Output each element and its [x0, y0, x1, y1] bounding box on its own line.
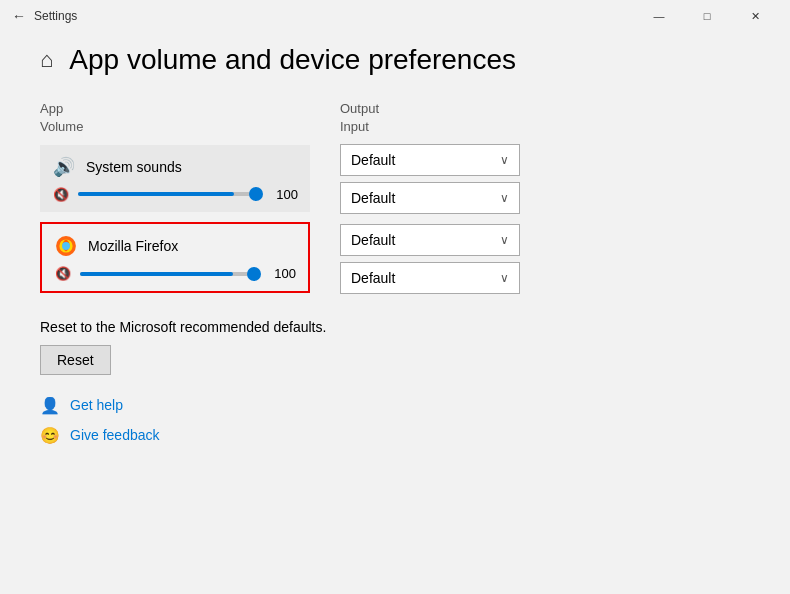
speaker-icon: 🔊: [52, 155, 76, 179]
system-sounds-row: 🔊 System sounds 🔇 100 Default ∨ Default …: [40, 144, 750, 214]
system-sounds-input-dropdown[interactable]: Default ∨: [340, 182, 520, 214]
column-headers: App Volume Output Input: [40, 100, 750, 136]
firefox-icon: [54, 234, 78, 258]
give-feedback-link[interactable]: 😊 Give feedback: [40, 425, 750, 445]
system-mute-icon[interactable]: 🔇: [52, 187, 70, 202]
firefox-mute-icon[interactable]: 🔇: [54, 266, 72, 281]
firefox-volume-value: 100: [268, 266, 296, 281]
get-help-link[interactable]: 👤 Get help: [40, 395, 750, 415]
firefox-row: Mozilla Firefox 🔇 100 Default ∨ Default …: [40, 222, 750, 295]
system-sounds-name-row: 🔊 System sounds: [52, 155, 298, 179]
system-sounds-section: 🔊 System sounds 🔇 100: [40, 145, 310, 212]
footer-links: 👤 Get help 😊 Give feedback: [40, 395, 750, 445]
get-help-label: Get help: [70, 397, 123, 413]
home-icon: ⌂: [40, 47, 53, 73]
chevron-down-icon: ∨: [500, 191, 509, 205]
firefox-slider[interactable]: [80, 272, 260, 276]
svg-point-2: [62, 242, 70, 250]
firefox-section: Mozilla Firefox 🔇 100: [40, 222, 310, 293]
page-header: ⌂ App volume and device preferences: [40, 32, 750, 100]
system-sounds-slider[interactable]: [78, 192, 262, 196]
chevron-down-icon: ∨: [500, 153, 509, 167]
firefox-name-row: Mozilla Firefox: [54, 234, 296, 258]
system-sounds-label: System sounds: [86, 159, 182, 175]
content-area: ⌂ App volume and device preferences App …: [0, 32, 790, 465]
title-bar: ← Settings — □ ✕: [0, 0, 790, 32]
reset-section: Reset to the Microsoft recommended defau…: [40, 319, 750, 375]
firefox-dropdowns: Default ∨ Default ∨: [340, 224, 520, 294]
maximize-button[interactable]: □: [684, 0, 730, 32]
page-title: App volume and device preferences: [69, 44, 516, 76]
reset-button[interactable]: Reset: [40, 345, 111, 375]
system-sounds-output-dropdown[interactable]: Default ∨: [340, 144, 520, 176]
col-output-input-header: Output Input: [340, 100, 379, 136]
firefox-input-dropdown[interactable]: Default ∨: [340, 262, 520, 294]
reset-description: Reset to the Microsoft recommended defau…: [40, 319, 750, 335]
window-controls: — □ ✕: [636, 0, 778, 32]
firefox-volume-row: 🔇 100: [54, 266, 296, 281]
window-title: Settings: [34, 9, 77, 23]
col-app-header: App Volume: [40, 100, 310, 136]
minimize-button[interactable]: —: [636, 0, 682, 32]
chevron-down-icon: ∨: [500, 271, 509, 285]
close-button[interactable]: ✕: [732, 0, 778, 32]
feedback-icon: 😊: [40, 425, 60, 445]
firefox-label: Mozilla Firefox: [88, 238, 178, 254]
system-sounds-dropdowns: Default ∨ Default ∨: [340, 144, 520, 214]
give-feedback-label: Give feedback: [70, 427, 160, 443]
chevron-down-icon: ∨: [500, 233, 509, 247]
system-sounds-volume-value: 100: [270, 187, 298, 202]
system-sounds-volume-row: 🔇 100: [52, 187, 298, 202]
firefox-output-dropdown[interactable]: Default ∨: [340, 224, 520, 256]
help-icon: 👤: [40, 395, 60, 415]
back-button[interactable]: ←: [12, 8, 26, 24]
